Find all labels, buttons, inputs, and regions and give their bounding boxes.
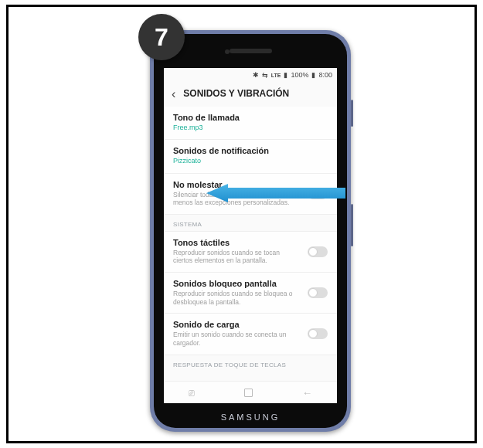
- step-badge: 7: [138, 14, 185, 60]
- earpiece-speaker-icon: [230, 49, 272, 53]
- page-title: SONIDOS Y VIBRACIÓN: [183, 88, 289, 99]
- status-time: 8:00: [318, 71, 332, 79]
- row-subtitle: Emitir un sonido cuando se conecta un ca…: [173, 331, 301, 347]
- row-screen-lock-sounds[interactable]: Sonidos bloqueo pantalla Reproducir soni…: [164, 272, 337, 313]
- image-frame: 7 ✱ ⇆ LTE ▮ 100% ▮ 8:00: [6, 5, 477, 443]
- row-touch-sounds[interactable]: Tonos táctiles Reproducir sonidos cuando…: [164, 231, 337, 272]
- phone-bezel: ✱ ⇆ LTE ▮ 100% ▮ 8:00 ‹ SONIDOS Y VIBRAC…: [154, 34, 347, 428]
- row-value: Pizzicato: [173, 157, 301, 165]
- front-camera-icon: [225, 49, 230, 54]
- android-nav-bar: ⎚ ←: [164, 381, 337, 403]
- phone-brand-label: SAMSUNG: [154, 406, 347, 428]
- row-do-not-disturb[interactable]: No molestar Silenciar todas las llamadas…: [164, 173, 337, 214]
- settings-list: Tono de llamada Free.mp3 Sonidos de noti…: [164, 107, 337, 381]
- row-title: Tono de llamada: [173, 113, 328, 122]
- step-number: 7: [155, 23, 168, 52]
- row-title: No molestar: [173, 180, 328, 189]
- status-bar: ✱ ⇆ LTE ▮ 100% ▮ 8:00: [164, 68, 337, 82]
- phone-power-button: [351, 204, 353, 246]
- nav-recents-icon[interactable]: ⎚: [189, 387, 195, 399]
- phone-screen: ✱ ⇆ LTE ▮ 100% ▮ 8:00 ‹ SONIDOS Y VIBRAC…: [164, 68, 337, 403]
- row-subtitle: Silenciar todas las llamadas y alertas, …: [173, 191, 301, 207]
- toggle-do-not-disturb[interactable]: [308, 188, 328, 199]
- brand-text: SAMSUNG: [221, 412, 281, 422]
- row-title: Sonido de carga: [173, 320, 328, 329]
- section-system: SISTEMA: [164, 214, 337, 231]
- toggle-screen-lock-sounds[interactable]: [308, 287, 328, 298]
- bluetooth-icon: ✱: [253, 72, 259, 79]
- battery-icon: ▮: [311, 72, 315, 79]
- back-chevron-icon[interactable]: ‹: [172, 87, 175, 100]
- nav-home-icon[interactable]: [244, 389, 253, 397]
- row-ringtone[interactable]: Tono de llamada Free.mp3: [164, 107, 337, 139]
- data-arrows-icon: ⇆: [262, 72, 268, 79]
- row-value: Free.mp3: [173, 124, 301, 132]
- toggle-touch-sounds[interactable]: [308, 246, 328, 257]
- row-title: Sonidos de notificación: [173, 146, 328, 155]
- row-title: Tonos táctiles: [173, 238, 328, 247]
- row-charging-sound[interactable]: Sonido de carga Emitir un sonido cuando …: [164, 313, 337, 354]
- toggle-charging-sound[interactable]: [308, 328, 328, 339]
- row-title: Sonidos bloqueo pantalla: [173, 279, 328, 288]
- signal-icon: ▮: [284, 72, 287, 79]
- nav-back-icon[interactable]: ←: [302, 387, 312, 399]
- row-subtitle: Reproducir sonidos cuando se tocan ciert…: [173, 249, 301, 265]
- row-subtitle: Reproducir sonidos cuando se bloquea o d…: [173, 290, 301, 306]
- row-notification-sound[interactable]: Sonidos de notificación Pizzicato: [164, 139, 337, 172]
- phone-volume-button: [351, 100, 353, 127]
- battery-percentage: 100%: [291, 71, 308, 79]
- phone-device: ✱ ⇆ LTE ▮ 100% ▮ 8:00 ‹ SONIDOS Y VIBRAC…: [150, 30, 351, 432]
- lte-icon: LTE: [271, 73, 281, 78]
- section-keypad: RESPUESTA DE TOQUE DE TECLAS: [164, 355, 337, 372]
- screen-header: ‹ SONIDOS Y VIBRACIÓN: [164, 82, 337, 107]
